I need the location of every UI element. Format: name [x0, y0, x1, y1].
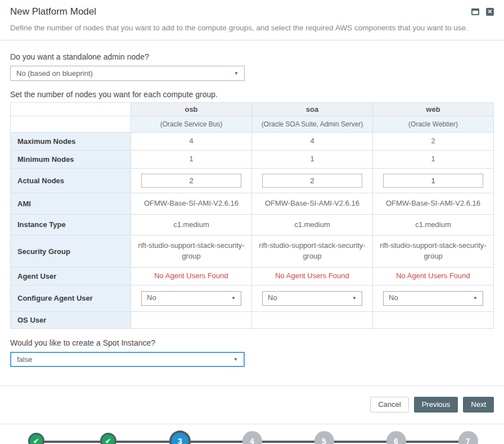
table-row-agent-user: Agent User No Agent Users Found No Agent… — [11, 268, 494, 286]
table-row-security-group: Security Group rift-studio-support-stack… — [11, 235, 494, 268]
step-summary: 7 SUMMARY — [432, 429, 504, 444]
table-row-ami: AMI OFMW-Base-SI-AMI-V2.6.16 OFMW-Base-S… — [11, 193, 494, 214]
cancel-button[interactable]: Cancel — [370, 397, 408, 413]
step-3-badge[interactable]: 3 — [169, 431, 191, 444]
row-label: Configure Agent User — [11, 285, 131, 311]
close-icon[interactable]: ✕ — [486, 8, 494, 16]
table-row-configure-agent-user: Configure Agent User No ▼ No ▼ — [11, 285, 494, 311]
os-user-osb — [131, 311, 252, 328]
step-4-badge: 4 — [242, 431, 262, 444]
spot-instance-select[interactable]: false ▼ — [10, 352, 245, 367]
corner-blank-cell — [11, 103, 131, 116]
column-description-soa: (Oracle SOA Suite, Admin Server) — [252, 116, 373, 133]
row-label: OS User — [11, 311, 131, 328]
configure-agent-user-select-soa[interactable]: No ▼ — [262, 291, 362, 306]
footer-button-row: Cancel Previous Next — [0, 386, 504, 424]
step-basic-information: BASIC INFORMATION — [0, 429, 72, 444]
dialog-subtitle: Define the number of nodes that you want… — [10, 24, 494, 40]
column-description-web: (Oracle Webtier) — [373, 116, 494, 133]
step-5-badge: 5 — [314, 431, 334, 444]
spot-instance-select-value: false — [17, 355, 32, 364]
instance-type-osb: c1.medium — [131, 214, 252, 235]
group-name-row: osb soa web — [11, 103, 494, 116]
wizard-stepper: BASIC INFORMATION INFRASTRUCTURE 3 COMPU… — [0, 424, 504, 444]
previous-button[interactable]: Previous — [414, 397, 458, 413]
configure-agent-user-select-web[interactable]: No ▼ — [383, 291, 483, 306]
ami-soa: OFMW-Base-SI-AMI-V2.6.16 — [252, 193, 373, 214]
column-header-osb: osb — [131, 103, 252, 116]
ami-web: OFMW-Base-SI-AMI-V2.6.16 — [373, 193, 494, 214]
instance-type-web: c1.medium — [373, 214, 494, 235]
row-label: Instance Type — [11, 214, 131, 235]
column-header-web: web — [373, 103, 494, 116]
agent-user-status-osb: No Agent Users Found — [131, 268, 252, 286]
ami-osb: OFMW-Base-SI-AMI-V2.6.16 — [131, 193, 252, 214]
table-row-os-user: OS User — [11, 311, 494, 328]
step-6-badge: 6 — [386, 431, 406, 444]
actual-nodes-input-web[interactable] — [383, 174, 483, 188]
next-button[interactable]: Next — [463, 397, 494, 413]
window-restore-icon[interactable] — [471, 8, 479, 15]
instance-type-soa: c1.medium — [252, 214, 373, 235]
admin-node-select-value: No (based on blueprint) — [16, 69, 93, 78]
row-label: Maximum Nodes — [11, 133, 131, 151]
os-user-soa — [252, 311, 373, 328]
group-description-row: (Oracle Service Bus) (Oracle SOA Suite, … — [11, 116, 494, 133]
admin-node-select[interactable]: No (based on blueprint) ▼ — [10, 66, 245, 81]
select-value: No — [147, 293, 156, 303]
corner-blank-cell — [11, 116, 131, 133]
row-label: Agent User — [11, 268, 131, 286]
table-row-minimum-nodes: Minimum Nodes 1 1 1 — [11, 150, 494, 168]
page-title: New Platform Model — [10, 6, 96, 17]
select-value: No — [389, 293, 398, 303]
configure-agent-user-select-osb[interactable]: No ▼ — [141, 291, 241, 306]
step-instance-tagging: 5 INSTANCE TAGGING — [288, 429, 360, 444]
row-label: Minimum Nodes — [11, 150, 131, 168]
minimum-nodes-soa: 1 — [252, 150, 373, 168]
row-label: Security Group — [11, 235, 131, 268]
step-infrastructure: INFRASTRUCTURE — [72, 429, 144, 444]
security-group-osb: rift-studio-support-stack-security-group — [131, 235, 252, 268]
step-fusion-middleware-configuration: 6 FUSION MIDDLEWARE CONFIGURATION — [360, 429, 432, 444]
security-group-web: rift-studio-support-stack-security-group — [373, 235, 494, 268]
select-value: No — [268, 293, 277, 303]
table-row-maximum-nodes: Maximum Nodes 4 4 2 — [11, 133, 494, 151]
agent-user-status-web: No Agent Users Found — [373, 268, 494, 286]
chevron-down-icon: ▼ — [473, 295, 478, 302]
maximum-nodes-osb: 4 — [131, 133, 252, 151]
step-2-check-icon[interactable] — [100, 433, 116, 444]
minimum-nodes-osb: 1 — [131, 150, 252, 168]
minimum-nodes-web: 1 — [373, 150, 494, 168]
maximum-nodes-soa: 4 — [252, 133, 373, 151]
step-1-check-icon[interactable] — [28, 433, 44, 444]
step-7-badge: 7 — [458, 431, 478, 444]
chevron-down-icon: ▼ — [233, 357, 238, 362]
chevron-down-icon: ▼ — [234, 71, 238, 76]
admin-node-question-label: Do you want a standalone admin node? — [10, 52, 494, 61]
column-header-soa: soa — [252, 103, 373, 116]
row-label: AMI — [11, 193, 131, 214]
dialog-header: New Platform Model ✕ Define the number o… — [0, 0, 504, 40]
row-label: Actual Nodes — [11, 168, 131, 193]
maximum-nodes-web: 2 — [373, 133, 494, 151]
nodes-caption: Set the number of nodes you want for eac… — [10, 90, 494, 99]
table-row-actual-nodes: Actual Nodes — [11, 168, 494, 193]
actual-nodes-input-osb[interactable] — [141, 174, 241, 188]
security-group-soa: rift-studio-support-stack-security-group — [252, 235, 373, 268]
table-row-instance-type: Instance Type c1.medium c1.medium c1.med… — [11, 214, 494, 235]
actual-nodes-input-soa[interactable] — [262, 174, 362, 188]
step-compute-node-count: 3 COMPUTE NODE COUNT — [144, 429, 216, 444]
spot-instance-question-label: Would you like to create a Spot Instance… — [10, 338, 494, 347]
column-description-osb: (Oracle Service Bus) — [131, 116, 252, 133]
chevron-down-icon: ▼ — [352, 295, 357, 302]
os-user-web — [373, 311, 494, 328]
agent-user-status-soa: No Agent Users Found — [252, 268, 373, 286]
compute-groups-table: osb soa web (Oracle Service Bus) (Oracle… — [10, 102, 494, 329]
chevron-down-icon: ▼ — [231, 295, 236, 302]
new-platform-model-dialog: New Platform Model ✕ Define the number o… — [0, 0, 504, 444]
step-compute-to-infrastructure-mapping: 4 COMPUTE TO INFRASTRUCTURE MAPPING — [216, 429, 288, 444]
